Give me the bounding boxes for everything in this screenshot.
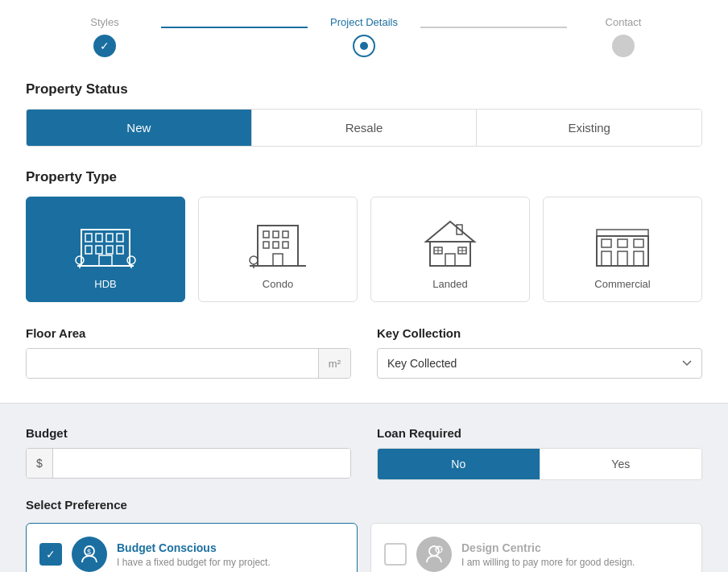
budget-pref-label: Budget Conscious: [117, 541, 271, 554]
budget-pref-text: Budget Conscious I have a fixed budget f…: [117, 541, 271, 568]
loan-required-label: Loan Required: [377, 426, 702, 440]
dot-inner: [360, 42, 368, 50]
svg-point-25: [250, 256, 258, 264]
svg-rect-29: [445, 254, 455, 266]
step-contact: Contact: [567, 16, 680, 57]
floor-area-label: Floor Area: [26, 326, 351, 340]
key-collection-select[interactable]: Key Collected Collected Key Not Yet Coll…: [377, 348, 702, 379]
status-resale-button[interactable]: Resale: [252, 110, 478, 146]
svg-text:$: $: [87, 548, 91, 556]
connector-1: [161, 27, 308, 28]
loan-no-button[interactable]: No: [378, 449, 540, 479]
svg-rect-4: [117, 246, 123, 254]
loan-toggle: No Yes: [377, 448, 702, 480]
floor-area-unit: m²: [318, 349, 350, 378]
connector-line-1: [161, 27, 308, 28]
design-checkbox: [384, 543, 407, 566]
condo-label: Condo: [263, 278, 293, 290]
property-type-condo[interactable]: Condo: [198, 197, 358, 302]
loan-yes-button[interactable]: Yes: [540, 449, 702, 479]
property-status-row: New Resale Existing: [26, 109, 702, 147]
select-preference-title: Select Preference: [26, 498, 702, 512]
status-new-button[interactable]: New: [27, 110, 252, 146]
property-type-title: Property Type: [26, 169, 702, 185]
svg-rect-40: [618, 239, 627, 247]
property-type-grid: HDB Condo: [26, 197, 702, 302]
svg-rect-18: [273, 242, 279, 248]
budget-group: Budget $: [26, 426, 351, 480]
pref-card-design[interactable]: Design Centric I am willing to pay more …: [370, 523, 702, 572]
design-pref-icon: [423, 543, 445, 566]
svg-point-12: [76, 256, 84, 264]
floor-area-input[interactable]: [27, 349, 318, 378]
svg-rect-1: [85, 246, 92, 254]
commercial-label: Commercial: [594, 278, 650, 290]
step-contact-label: Contact: [606, 16, 642, 28]
step-styles: Styles ✓: [48, 16, 161, 57]
design-icon-circle: [416, 537, 452, 572]
step-styles-circle: ✓: [93, 35, 116, 57]
property-type-hdb[interactable]: HDB: [26, 197, 185, 302]
budget-pref-desc: I have a fixed budget for my project.: [117, 557, 271, 568]
svg-rect-3: [106, 246, 113, 254]
connector-2: [420, 27, 567, 28]
landed-icon: [418, 213, 482, 270]
key-collection-group: Key Collection Key Collected Collected K…: [377, 326, 702, 379]
connector-line-2: [420, 27, 567, 28]
svg-rect-44: [634, 251, 643, 266]
step-contact-circle: [612, 35, 635, 57]
preference-cards: ✓ $ Budget Conscious I have a fixed budg…: [26, 523, 702, 572]
commercial-icon: [590, 213, 655, 270]
svg-rect-6: [96, 234, 102, 242]
property-type-landed[interactable]: Landed: [370, 197, 530, 302]
condo-icon: [246, 213, 310, 270]
svg-point-14: [127, 256, 135, 264]
budget-section: Budget $ Loan Required No Yes Select Pre…: [0, 403, 728, 572]
svg-rect-42: [602, 251, 611, 266]
svg-rect-19: [283, 242, 288, 248]
budget-input-wrap: $: [26, 448, 351, 479]
svg-rect-43: [618, 251, 627, 266]
hdb-label: HDB: [94, 278, 116, 290]
svg-rect-0: [81, 230, 130, 266]
svg-rect-17: [263, 242, 269, 248]
svg-rect-7: [106, 234, 113, 242]
step-project-circle: [353, 35, 375, 57]
status-existing-button[interactable]: Existing: [477, 110, 701, 146]
floor-area-group: Floor Area m²: [26, 326, 351, 379]
svg-point-47: [429, 546, 439, 556]
design-pref-label: Design Centric: [461, 541, 635, 554]
design-pref-text: Design Centric I am willing to pay more …: [461, 541, 635, 568]
pref-card-budget[interactable]: ✓ $ Budget Conscious I have a fixed budg…: [26, 523, 358, 572]
svg-rect-23: [273, 254, 283, 266]
progress-section: Styles ✓ Project Details Contact: [0, 0, 728, 65]
step-project-details: Project Details: [308, 16, 420, 57]
budget-checkbox: ✓: [39, 543, 62, 566]
property-type-commercial[interactable]: Commercial: [543, 197, 702, 302]
svg-rect-41: [634, 239, 643, 247]
svg-rect-20: [263, 231, 269, 238]
svg-rect-2: [96, 246, 102, 254]
property-status-title: Property Status: [26, 81, 702, 97]
budget-two-col: Budget $ Loan Required No Yes: [26, 426, 702, 480]
loan-required-group: Loan Required No Yes: [377, 426, 702, 480]
step-styles-label: Styles: [90, 16, 118, 28]
budget-input[interactable]: [53, 449, 350, 478]
form-section: Property Status New Resale Existing Prop…: [0, 65, 728, 403]
budget-label: Budget: [26, 426, 351, 440]
svg-rect-21: [273, 231, 279, 238]
svg-marker-27: [426, 222, 474, 242]
budget-check-icon: ✓: [46, 548, 56, 561]
check-icon: ✓: [100, 39, 110, 52]
svg-rect-38: [597, 230, 648, 236]
landed-label: Landed: [432, 278, 467, 290]
budget-pref-icon: $: [78, 543, 101, 566]
svg-rect-5: [85, 234, 92, 242]
svg-rect-9: [99, 255, 112, 266]
dollar-sign: $: [27, 449, 53, 478]
hdb-icon: [73, 213, 138, 270]
svg-rect-22: [283, 231, 288, 238]
svg-rect-39: [602, 239, 611, 247]
budget-icon-circle: $: [72, 537, 107, 572]
svg-rect-8: [117, 234, 123, 242]
